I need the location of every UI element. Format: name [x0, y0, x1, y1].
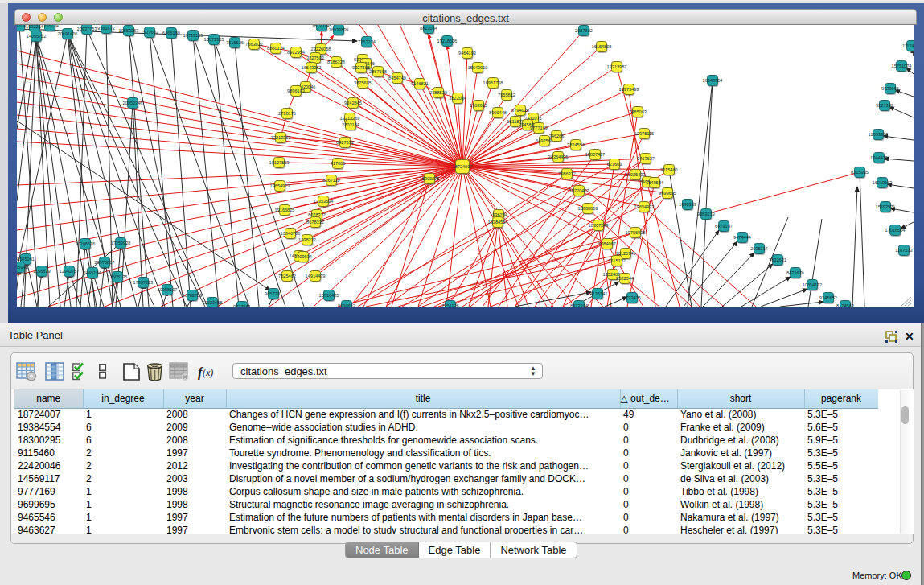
svg-text:16033809: 16033809	[329, 27, 349, 32]
svg-text:2935114: 2935114	[750, 246, 767, 251]
svg-text:9857791: 9857791	[265, 291, 282, 296]
svg-text:9699695: 9699695	[659, 191, 676, 196]
svg-text:(x): (x)	[203, 367, 213, 378]
svg-text:7485063: 7485063	[629, 109, 647, 114]
svg-text:6479197: 6479197	[715, 224, 733, 229]
svg-text:10688609: 10688609	[578, 206, 598, 211]
svg-text:7955812: 7955812	[498, 93, 515, 97]
svg-text:3822034: 3822034	[449, 96, 466, 101]
svg-text:8427552: 8427552	[336, 140, 354, 145]
svg-text:9146821: 9146821	[411, 81, 429, 86]
svg-text:8186328: 8186328	[327, 60, 345, 64]
svg-text:9245652: 9245652	[819, 295, 837, 300]
svg-text:9427551: 9427551	[233, 304, 251, 307]
svg-text:7251126: 7251126	[441, 303, 458, 307]
svg-text:8124563: 8124563	[836, 303, 854, 307]
svg-text:9242845: 9242845	[344, 101, 362, 105]
svg-text:18724007: 18724007	[453, 164, 473, 169]
svg-text:15640910: 15640910	[468, 65, 488, 70]
svg-text:10046786: 10046786	[281, 231, 301, 236]
svg-text:20206526: 20206526	[76, 241, 96, 246]
svg-text:7625402: 7625402	[278, 274, 296, 278]
svg-text:17957223: 17957223	[133, 280, 154, 285]
svg-text:8912954: 8912954	[287, 50, 305, 55]
svg-text:2255724: 2255724	[41, 25, 59, 28]
svg-text:621603: 621603	[607, 162, 622, 167]
svg-text:17016504: 17016504	[885, 228, 906, 233]
svg-text:8990448: 8990448	[489, 110, 507, 115]
svg-text:20691406: 20691406	[58, 31, 78, 36]
svg-text:1615132: 1615132	[608, 258, 626, 263]
svg-text:9030612: 9030612	[338, 303, 355, 307]
svg-text:7515526: 7515526	[226, 40, 244, 45]
svg-text:1733426: 1733426	[623, 295, 641, 300]
svg-text:19384554: 19384554	[488, 220, 508, 225]
svg-text:16543362: 16543362	[302, 65, 322, 70]
svg-text:1527602: 1527602	[141, 30, 158, 35]
svg-text:9474444: 9474444	[733, 235, 751, 240]
svg-text:9115460: 9115460	[660, 167, 677, 172]
svg-text:9227342: 9227342	[876, 103, 893, 108]
svg-text:12942757: 12942757	[60, 269, 80, 274]
svg-text:16648784: 16648784	[703, 78, 723, 83]
svg-text:2867608: 2867608	[369, 69, 387, 74]
svg-text:8678332: 8678332	[306, 220, 324, 225]
svg-text:9327508: 9327508	[352, 65, 370, 70]
svg-text:19166825: 19166825	[275, 208, 295, 212]
svg-text:9777169: 9777169	[530, 126, 548, 130]
svg-text:20364436: 20364436	[548, 154, 569, 159]
svg-text:1244415: 1244415	[870, 155, 888, 160]
svg-text:9084067: 9084067	[598, 241, 616, 246]
svg-text:6794028: 6794028	[511, 108, 529, 113]
svg-text:1167533: 1167533	[895, 248, 912, 253]
svg-text:12505135: 12505135	[108, 274, 128, 279]
svg-text:15751074: 15751074	[892, 64, 912, 68]
svg-text:2522544: 2522544	[616, 276, 634, 281]
svg-text:12213369: 12213369	[271, 135, 291, 140]
svg-text:14136141: 14136141	[588, 291, 608, 296]
svg-text:16154808: 16154808	[592, 44, 612, 49]
svg-text:1145194: 1145194	[84, 270, 101, 275]
svg-text:8813054: 8813054	[420, 26, 437, 31]
svg-text:16671355: 16671355	[204, 37, 224, 42]
svg-text:7357224: 7357224	[358, 39, 376, 44]
svg-text:7986372: 7986372	[558, 171, 576, 176]
svg-text:19218506: 19218506	[437, 39, 458, 43]
svg-text:15692971: 15692971	[876, 204, 896, 209]
svg-text:13353594: 13353594	[314, 199, 334, 204]
svg-text:9361672: 9361672	[97, 26, 115, 31]
svg-text:10807487: 10807487	[585, 152, 606, 157]
svg-text:3827503: 3827503	[306, 56, 324, 60]
svg-text:12975115: 12975115	[634, 131, 654, 136]
svg-text:8267110: 8267110	[322, 178, 339, 183]
svg-text:6466160: 6466160	[162, 31, 180, 35]
svg-text:9464193: 9464193	[458, 51, 476, 56]
svg-text:417006: 417006	[331, 161, 346, 166]
svg-text:19654923: 19654923	[270, 183, 290, 188]
svg-text:1640959: 1640959	[679, 202, 696, 207]
svg-text:2388520: 2388520	[429, 90, 447, 95]
svg-text:9896103: 9896103	[287, 89, 305, 93]
svg-text:9329966: 9329966	[881, 86, 899, 91]
svg-text:1362615: 1362615	[470, 103, 487, 108]
svg-text:19756928: 19756928	[626, 230, 646, 235]
svg-text:18307249: 18307249	[589, 223, 609, 228]
svg-text:8471676: 8471676	[786, 270, 804, 275]
svg-text:7663822: 7663822	[245, 42, 263, 47]
svg-text:8585061: 8585061	[17, 257, 35, 262]
svg-text:19654923: 19654923	[634, 204, 655, 209]
svg-text:20937753: 20937753	[77, 27, 97, 31]
svg-text:14055712: 14055712	[27, 34, 47, 39]
svg-text:6497568: 6497568	[536, 138, 553, 143]
svg-text:11124940: 11124940	[902, 43, 914, 48]
svg-text:12093382: 12093382	[869, 132, 889, 137]
svg-text:14914479: 14914479	[306, 274, 326, 278]
svg-text:10107553: 10107553	[269, 160, 290, 165]
svg-text:2803144: 2803144	[342, 122, 359, 127]
svg-text:10973493: 10973493	[619, 87, 639, 92]
svg-text:12923468: 12923468	[203, 300, 223, 305]
svg-text:29975867: 29975867	[95, 260, 115, 265]
svg-text:8454749: 8454749	[388, 76, 406, 80]
svg-text:9463627: 9463627	[637, 156, 655, 161]
svg-text:8860124: 8860124	[267, 46, 285, 51]
